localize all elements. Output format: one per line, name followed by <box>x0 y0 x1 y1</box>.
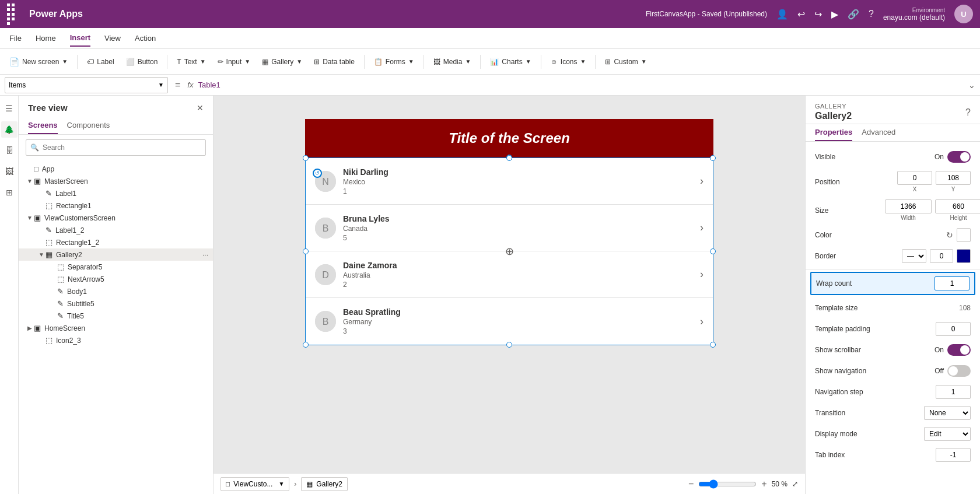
tree-item-label1[interactable]: ✎ Label1 <box>19 187 213 199</box>
tree-item-homescreen[interactable]: ▶ ▣ HomeScreen <box>19 322 213 334</box>
label-button[interactable]: 🏷 Label <box>82 55 118 68</box>
width-label: Width <box>901 215 916 221</box>
zoom-slider[interactable] <box>698 479 757 489</box>
color-swatch[interactable] <box>957 228 971 242</box>
tree-item-label1_2[interactable]: ✎ Label1_2 <box>19 224 213 236</box>
gallery-button[interactable]: ▦ Gallery ▼ <box>257 55 307 68</box>
tree-item-icon2_3[interactable]: ⬚ Icon2_3 <box>19 334 213 346</box>
tree-item-masterscreen[interactable]: ▼ ▣ MasterScreen <box>19 175 213 187</box>
charts-button[interactable]: 📊 Charts ▼ <box>485 55 536 68</box>
formula-expand-icon[interactable]: ⌄ <box>968 80 975 90</box>
tree-item-viewcustomersscreen[interactable]: ▼ ▣ ViewCustomersScreen <box>19 212 213 224</box>
input-button[interactable]: ✏ Input ▼ <box>213 55 256 68</box>
left-icon-menu[interactable]: ☰ <box>1 100 18 117</box>
border-size-input[interactable] <box>930 249 953 263</box>
formula-dropdown[interactable]: Items ▼ <box>5 77 168 93</box>
help-icon[interactable]: ? <box>869 9 874 19</box>
custom-icon: ⊞ <box>605 58 611 66</box>
right-panel-help-icon[interactable]: ? <box>965 107 971 118</box>
tab-screens[interactable]: Screens <box>28 117 58 134</box>
screen-tab[interactable]: □ ViewCusto... ▼ <box>220 477 289 491</box>
tree-item-rectangle1_2[interactable]: ⬚ Rectangle1_2 <box>19 236 213 248</box>
size-width-input[interactable] <box>885 199 932 213</box>
visible-toggle[interactable] <box>947 151 971 163</box>
show-scrollbar-toggle[interactable] <box>947 344 971 356</box>
tree-item-gallery2[interactable]: ▼ ▦ Gallery2 ··· <box>19 248 213 261</box>
tab-properties[interactable]: Properties <box>815 124 852 141</box>
tree-item-rectangle1[interactable]: ⬚ Rectangle1 <box>19 199 213 212</box>
person-icon[interactable]: 🔗 <box>848 9 859 20</box>
menu-view[interactable]: View <box>104 30 121 46</box>
redo-icon[interactable]: ↪ <box>814 9 822 20</box>
position-y-input[interactable] <box>936 171 971 185</box>
menu-action[interactable]: Action <box>135 30 156 46</box>
text-chevron: ▼ <box>200 58 206 65</box>
data-table-icon: ⊞ <box>314 58 320 66</box>
prop-position: Position X Y <box>806 167 980 196</box>
icons-button[interactable]: ☺ Icons ▼ <box>546 55 591 68</box>
zoom-minus-button[interactable]: − <box>688 479 694 489</box>
tree-item-body1[interactable]: ✎ Body1 <box>19 285 213 297</box>
template-padding-input[interactable] <box>936 322 971 336</box>
tab-index-input[interactable] <box>936 448 971 462</box>
tree-item-separator5[interactable]: ⬚ Separator5 <box>19 261 213 273</box>
gallery-item-2[interactable]: B Bruna Lyles Canada 5 › <box>306 205 713 251</box>
tab-components[interactable]: Components <box>67 117 110 134</box>
transition-select[interactable]: None <box>924 406 971 420</box>
left-icon-media[interactable]: 🖼 <box>1 163 18 180</box>
search-input[interactable] <box>26 139 206 156</box>
avatar[interactable]: U <box>954 5 973 23</box>
menu-home[interactable]: Home <box>36 30 56 46</box>
gallery-item-4[interactable]: B Beau Spratling Germany 3 › <box>306 298 713 345</box>
play-icon[interactable]: ▶ <box>831 9 838 20</box>
menu-file[interactable]: File <box>9 30 22 46</box>
border-style-select[interactable]: — <box>902 249 926 263</box>
show-navigation-toggle[interactable] <box>947 365 971 377</box>
navigation-step-input[interactable] <box>936 385 971 399</box>
menu-insert[interactable]: Insert <box>70 30 90 47</box>
formula-input[interactable] <box>198 77 964 93</box>
forms-chevron: ▼ <box>408 58 414 65</box>
gallery-container[interactable]: ⊕ N ↺ Niki Darling Mexico 1 › <box>305 157 713 345</box>
user-icon[interactable]: 👤 <box>776 9 788 20</box>
gallery-item-3[interactable]: D Daine Zamora Australia 2 › <box>306 251 713 298</box>
zoom-plus-button[interactable]: + <box>761 479 766 489</box>
left-icon-data[interactable]: 🗄 <box>1 142 18 159</box>
left-icon-components[interactable]: ⊞ <box>1 184 18 201</box>
border-color-swatch[interactable] <box>957 249 971 263</box>
button-button[interactable]: ⬜ Button <box>121 55 163 68</box>
button-icon: ⬜ <box>126 58 135 66</box>
new-screen-button[interactable]: 📄 New screen ▼ <box>5 55 72 69</box>
toolbar-divider-4 <box>424 55 424 69</box>
text-button[interactable]: T Text ▼ <box>172 55 210 68</box>
tree-item-app[interactable]: □ App <box>19 163 213 175</box>
gallery-item-1[interactable]: N ↺ Niki Darling Mexico 1 › <box>306 158 713 205</box>
color-refresh-icon[interactable]: ↻ <box>946 230 953 240</box>
forms-button[interactable]: 📋 Forms ▼ <box>369 55 419 68</box>
more-icon[interactable]: ··· <box>202 251 208 259</box>
toolbar-divider-6 <box>541 55 541 69</box>
tree-close-icon[interactable]: ✕ <box>197 103 204 113</box>
tree-item-subtitle5[interactable]: ✎ Subtitle5 <box>19 297 213 310</box>
undo-icon[interactable]: ↩ <box>797 9 805 20</box>
tab-advanced[interactable]: Advanced <box>862 124 895 141</box>
tree-item-nextarrow5[interactable]: ⬚ NextArrow5 <box>19 273 213 285</box>
size-height-item: Height <box>935 199 980 221</box>
position-x-input[interactable] <box>897 171 932 185</box>
tree-item-title5[interactable]: ✎ Title5 <box>19 310 213 322</box>
icons-chevron: ▼ <box>580 58 586 65</box>
topbar: Power Apps FirstCanvasApp - Saved (Unpub… <box>0 0 980 28</box>
media-button[interactable]: 🖼 Media ▼ <box>429 55 476 68</box>
data-table-button[interactable]: ⊞ Data table <box>309 55 359 68</box>
custom-button[interactable]: ⊞ Custom ▼ <box>600 55 651 68</box>
wrap-count-input[interactable] <box>935 276 970 290</box>
left-icon-tree[interactable]: 🌲 <box>1 121 18 138</box>
display-mode-select[interactable]: Edit <box>924 427 971 441</box>
apps-grid-icon[interactable] <box>7 3 18 25</box>
size-label: Size <box>815 206 885 215</box>
tree-title: Tree view <box>28 103 68 113</box>
size-height-input[interactable] <box>935 199 980 213</box>
fit-icon[interactable]: ⤢ <box>792 480 798 488</box>
gallery-item-avatar-3: D <box>315 264 336 285</box>
gallery-tab[interactable]: ▦ Gallery2 <box>301 477 348 491</box>
